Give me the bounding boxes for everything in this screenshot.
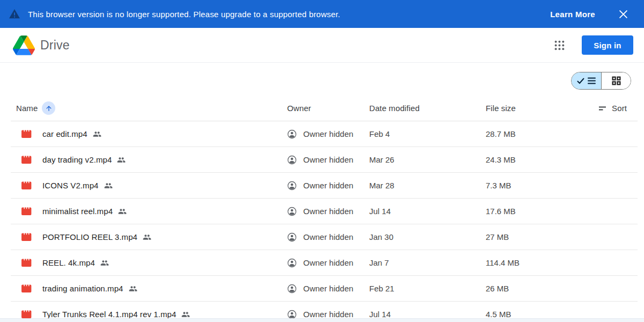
owner-label: Owner hidden	[303, 284, 353, 293]
drive-logo-lockup[interactable]: Drive	[13, 35, 70, 55]
account-circle-icon	[287, 129, 297, 139]
account-circle-icon	[287, 181, 297, 191]
file-row[interactable]: PORTFOLIO REEL 3.mp4 Owner hidden Jan 30…	[11, 224, 638, 250]
file-name-cell: trading animation.mp4	[11, 284, 287, 293]
video-file-icon	[21, 181, 32, 190]
list-view-icon	[588, 77, 596, 84]
shared-people-icon	[181, 310, 190, 319]
browser-deprecation-banner: This browser version is no longer suppor…	[0, 0, 644, 28]
view-toggle	[571, 72, 631, 90]
sort-icon	[599, 105, 607, 112]
owner-column-label[interactable]: Owner	[287, 104, 311, 113]
file-row[interactable]: REEL. 4k.mp4 Owner hidden Jan 7 114.4 MB	[11, 250, 638, 276]
date-modified-cell: Jul 14	[369, 310, 486, 319]
table-header: Name Owner Date modified File size Sort	[11, 96, 638, 121]
owner-cell: Owner hidden	[287, 129, 369, 139]
banner-actions: Learn More	[550, 9, 629, 20]
file-name: REEL. 4k.mp4	[42, 258, 95, 267]
file-table: Name Owner Date modified File size Sort	[0, 96, 644, 322]
grid-view-icon	[612, 76, 621, 85]
banner-message: This browser version is no longer suppor…	[28, 10, 550, 19]
video-file-icon	[21, 284, 32, 293]
file-row[interactable]: minimalist reel.mp4 Owner hidden Jul 14 …	[11, 199, 638, 224]
grid-view-button[interactable]	[601, 72, 631, 89]
date-modified-cell: Mar 28	[369, 181, 486, 190]
file-size-cell: 4.5 MB	[486, 310, 638, 319]
date-modified-cell: Feb 4	[369, 129, 486, 138]
app-title: Drive	[40, 38, 70, 53]
file-name: PORTFOLIO REEL 3.mp4	[42, 232, 137, 241]
file-name: day trading v2.mp4	[42, 155, 112, 164]
file-row[interactable]: car edit.mp4 Owner hidden Feb 4 28.7 MB	[11, 121, 638, 147]
date-modified-cell: Jan 30	[369, 232, 486, 241]
date-modified-cell: Mar 26	[369, 155, 486, 164]
close-icon	[619, 10, 628, 19]
check-icon	[577, 78, 584, 84]
account-circle-icon	[287, 284, 297, 294]
sort-direction-button[interactable]	[42, 101, 55, 115]
date-modified-cell: Feb 21	[369, 284, 486, 293]
owner-label: Owner hidden	[303, 181, 353, 190]
file-row[interactable]: day trading v2.mp4 Owner hidden Mar 26 2…	[11, 147, 638, 173]
owner-label: Owner hidden	[303, 129, 353, 138]
file-name-cell: minimalist reel.mp4	[11, 207, 287, 216]
column-header-file-size: File size	[486, 104, 599, 113]
video-file-icon	[21, 207, 32, 216]
owner-cell: Owner hidden	[287, 181, 369, 191]
file-size-cell: 27 MB	[486, 232, 638, 241]
arrow-up-icon	[45, 105, 53, 112]
file-name: trading animation.mp4	[42, 284, 123, 293]
drive-logo	[13, 35, 35, 55]
shared-people-icon	[118, 207, 127, 216]
sort-label: Sort	[612, 104, 627, 113]
account-circle-icon	[287, 310, 297, 319]
video-file-icon	[21, 232, 32, 241]
file-size-column-label[interactable]: File size	[486, 104, 516, 113]
owner-label: Owner hidden	[303, 258, 353, 267]
learn-more-button[interactable]: Learn More	[550, 10, 595, 19]
video-file-icon	[21, 310, 32, 319]
owner-cell: Owner hidden	[287, 155, 369, 165]
date-modified-column-label[interactable]: Date modified	[369, 104, 420, 113]
app-header: Drive Sign in	[0, 28, 644, 63]
warning-icon	[9, 9, 20, 19]
shared-people-icon	[104, 181, 113, 190]
account-circle-icon	[287, 232, 297, 242]
account-circle-icon	[287, 207, 297, 216]
column-header-owner: Owner	[287, 104, 369, 113]
file-name-cell: car edit.mp4	[11, 129, 287, 138]
file-size-cell: 114.4 MB	[486, 258, 638, 267]
video-file-icon	[21, 155, 32, 164]
list-view-button[interactable]	[572, 72, 601, 89]
sort-menu-button[interactable]: Sort	[599, 104, 638, 113]
file-size-cell: 26 MB	[486, 284, 638, 293]
file-name-cell: PORTFOLIO REEL 3.mp4	[11, 232, 287, 241]
file-row[interactable]: trading animation.mp4 Owner hidden Feb 2…	[11, 276, 638, 302]
shared-people-icon	[100, 259, 109, 267]
owner-label: Owner hidden	[303, 310, 353, 319]
account-circle-icon	[287, 155, 297, 165]
owner-cell: Owner hidden	[287, 310, 369, 319]
file-size-cell: 28.7 MB	[486, 129, 638, 138]
sign-in-button[interactable]: Sign in	[582, 35, 633, 55]
file-list: car edit.mp4 Owner hidden Feb 4 28.7 MB	[11, 121, 638, 322]
owner-label: Owner hidden	[303, 232, 353, 241]
header-actions: Sign in	[550, 35, 633, 55]
google-apps-button[interactable]	[550, 36, 569, 55]
column-header-name: Name	[11, 101, 287, 115]
file-name-cell: day trading v2.mp4	[11, 155, 287, 164]
video-file-icon	[21, 258, 32, 267]
shared-people-icon	[143, 233, 151, 241]
date-modified-cell: Jan 7	[369, 258, 486, 267]
shared-people-icon	[117, 156, 126, 164]
name-column-label[interactable]: Name	[16, 104, 38, 113]
owner-cell: Owner hidden	[287, 232, 369, 242]
file-name: ICONS V2.mp4	[42, 181, 99, 190]
bottom-scroll-strip	[0, 318, 644, 322]
list-toolbar	[0, 63, 644, 96]
banner-close-button[interactable]	[618, 9, 629, 20]
file-name: car edit.mp4	[42, 129, 87, 138]
file-name-cell: ICONS V2.mp4	[11, 181, 287, 190]
file-row[interactable]: ICONS V2.mp4 Owner hidden Mar 28 7.3 MB	[11, 173, 638, 199]
file-name: Tyler Trunks Reel 4.1.mp4 rev 1.mp4	[42, 310, 176, 319]
